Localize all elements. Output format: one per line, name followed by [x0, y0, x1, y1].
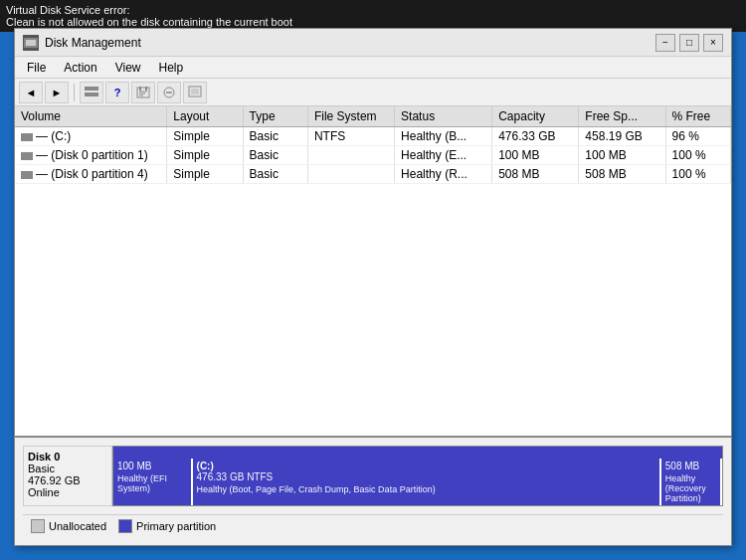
disk-row: Disk 0 Basic 476.92 GB Online 100 MB Hea… — [23, 446, 723, 506]
cell-2-5: 508 MB — [492, 165, 579, 184]
partition-efi[interactable]: 100 MB Healthy (EFI System) — [113, 459, 193, 505]
window-controls: − □ × — [655, 34, 723, 52]
error-line1: Virtual Disk Service error: — [6, 4, 740, 16]
minimize-button[interactable]: − — [655, 34, 675, 52]
disk-visual-section: Disk 0 Basic 476.92 GB Online 100 MB Hea… — [15, 438, 731, 545]
cell-2-2: Basic — [243, 165, 307, 184]
disk-label: Disk 0 Basic 476.92 GB Online — [23, 446, 112, 506]
unallocated-label: Unallocated — [49, 520, 106, 532]
recovery-desc: Healthy (Recovery Partition) — [665, 473, 716, 503]
window-title: Disk Management — [45, 36, 655, 50]
svg-rect-3 — [85, 93, 98, 96]
volume-table: Volume Layout Type File System Status Ca… — [15, 106, 731, 184]
disk-type: Basic — [28, 463, 107, 474]
cell-2-3 — [307, 165, 394, 184]
volume-icon — [21, 133, 33, 141]
cell-2-7: 100 % — [665, 165, 730, 184]
cell-2-4: Healthy (R... — [395, 165, 492, 184]
svg-rect-1 — [26, 40, 36, 46]
cell-0-6: 458.19 GB — [579, 127, 665, 146]
col-freespace[interactable]: Free Sp... — [579, 106, 665, 127]
cell-2-6: 508 MB — [579, 165, 665, 184]
table-row: — (C:)SimpleBasicNTFSHealthy (B...476.33… — [15, 127, 731, 146]
cancel-button[interactable] — [157, 82, 181, 103]
disk-visual: 100 MB Healthy (EFI System) (C:) 476.33 … — [112, 446, 723, 506]
cell-0-2: Basic — [243, 127, 307, 146]
volume-icon — [21, 171, 33, 179]
cell-0-1: Simple — [167, 127, 243, 146]
disk-name: Disk 0 — [28, 451, 107, 463]
cell-1-4: Healthy (E... — [395, 146, 492, 165]
legend-unallocated: Unallocated — [31, 519, 106, 533]
c-label: (C:) — [197, 461, 655, 471]
cell-0-3: NTFS — [307, 127, 394, 146]
cell-1-5: 100 MB — [492, 146, 579, 165]
menu-action[interactable]: Action — [56, 59, 104, 77]
help-button[interactable]: ? — [105, 82, 129, 103]
partition-recovery[interactable]: 508 MB Healthy (Recovery Partition) — [661, 459, 722, 505]
cell-0-5: 476.33 GB — [492, 127, 579, 146]
col-type[interactable]: Type — [243, 106, 307, 127]
col-layout[interactable]: Layout — [167, 106, 243, 127]
partition-c[interactable]: (C:) 476.33 GB NTFS Healthy (Boot, Page … — [193, 459, 661, 505]
svg-rect-13 — [191, 89, 199, 94]
unallocated-box — [31, 519, 45, 533]
disk-partitions: 100 MB Healthy (EFI System) (C:) 476.33 … — [113, 459, 722, 505]
cell-1-6: 100 MB — [579, 146, 665, 165]
svg-rect-2 — [85, 87, 98, 91]
primary-box — [118, 519, 132, 533]
menu-bar: File Action View Help — [15, 57, 731, 79]
col-volume[interactable]: Volume — [15, 106, 167, 127]
disk-status: Online — [28, 486, 107, 498]
c-desc: Healthy (Boot, Page File, Crash Dump, Ba… — [197, 484, 655, 494]
table-header-row: Volume Layout Type File System Status Ca… — [15, 106, 731, 127]
error-line2: Clean is not allowed on the disk contain… — [6, 16, 740, 28]
disk-management-window: Disk Management − □ × File Action View H… — [14, 28, 732, 546]
disk-size: 476.92 GB — [28, 474, 107, 486]
primary-label: Primary partition — [136, 520, 216, 532]
menu-view[interactable]: View — [107, 59, 149, 77]
menu-file[interactable]: File — [19, 59, 54, 77]
disk-view-button[interactable] — [80, 82, 103, 103]
table-row: — (Disk 0 partition 1)SimpleBasicHealthy… — [15, 146, 731, 165]
table-row: — (Disk 0 partition 4)SimpleBasicHealthy… — [15, 165, 731, 184]
forward-button[interactable]: ► — [45, 82, 69, 103]
col-filesystem[interactable]: File System — [307, 106, 394, 127]
properties-button[interactable] — [131, 82, 155, 103]
svg-rect-5 — [139, 87, 141, 91]
cell-0-7: 96 % — [665, 127, 730, 146]
cell-2-1: Simple — [167, 165, 243, 184]
window-icon — [23, 35, 39, 51]
efi-desc: Healthy (EFI System) — [117, 473, 187, 493]
cell-1-0: — (Disk 0 partition 1) — [15, 146, 167, 165]
cell-1-2: Basic — [243, 146, 307, 165]
cell-1-3 — [307, 146, 394, 165]
c-size: 476.33 GB NTFS — [197, 471, 655, 482]
col-status[interactable]: Status — [395, 106, 492, 127]
legend: Unallocated Primary partition — [23, 514, 723, 537]
svg-rect-6 — [145, 87, 147, 91]
close-button[interactable]: × — [703, 34, 723, 52]
maximize-button[interactable]: □ — [679, 34, 699, 52]
content-area: Volume Layout Type File System Status Ca… — [15, 106, 731, 545]
toolbar-separator — [74, 84, 75, 101]
menu-help[interactable]: Help — [151, 59, 192, 77]
refresh-button[interactable] — [183, 82, 207, 103]
legend-primary: Primary partition — [118, 519, 216, 533]
efi-size: 100 MB — [117, 461, 187, 471]
cell-0-0: — (C:) — [15, 127, 167, 146]
volume-icon — [21, 152, 33, 160]
disk-header-bar — [113, 447, 722, 459]
cell-2-0: — (Disk 0 partition 4) — [15, 165, 167, 184]
toolbar: ◄ ► ? — [15, 79, 731, 106]
cell-1-7: 100 % — [665, 146, 730, 165]
col-pctfree[interactable]: % Free — [665, 106, 730, 127]
volume-table-section: Volume Layout Type File System Status Ca… — [15, 106, 731, 438]
back-button[interactable]: ◄ — [19, 82, 43, 103]
recovery-size: 508 MB — [665, 461, 716, 471]
cell-1-1: Simple — [167, 146, 243, 165]
cell-0-4: Healthy (B... — [395, 127, 492, 146]
col-capacity[interactable]: Capacity — [492, 106, 579, 127]
title-bar: Disk Management − □ × — [15, 29, 731, 57]
